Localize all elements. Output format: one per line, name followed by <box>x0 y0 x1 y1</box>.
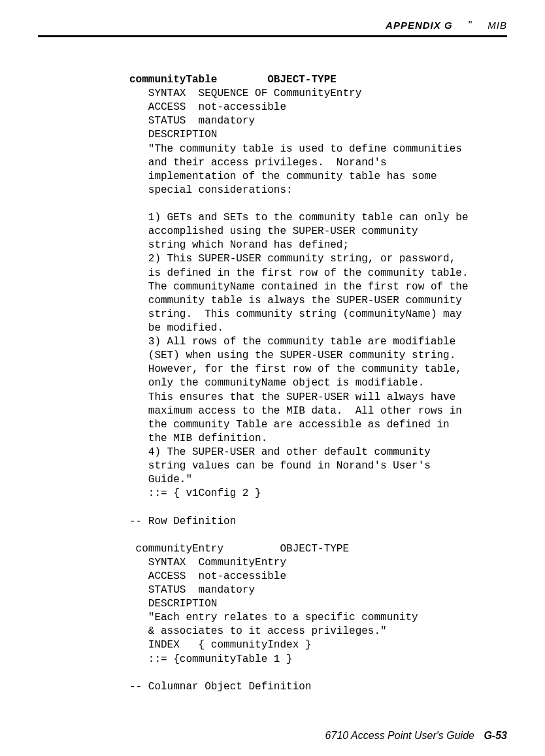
guide-title: 6710 Access Point User's Guide <box>325 730 474 741</box>
page-number: G-53 <box>477 730 507 741</box>
mib-definition-block: communityTable OBJECT-TYPE SYNTAX SEQUEN… <box>38 37 507 694</box>
row-definition-comment: -- Row Definition <box>129 516 236 527</box>
object-type-title-community-entry: communityEntry OBJECT-TYPE <box>129 543 349 555</box>
running-header: APPENDIX G " MIB <box>38 20 507 34</box>
mib-label: MIB <box>487 20 507 31</box>
community-table-body: SYNTAX SEQUENCE OF CommunityEntry ACCESS… <box>129 88 468 499</box>
columnar-object-comment: -- Columnar Object Definition <box>129 681 311 693</box>
header-separator: " <box>469 20 472 31</box>
object-type-title-community-table: communityTable OBJECT-TYPE <box>129 74 337 86</box>
appendix-label: APPENDIX G <box>386 20 453 31</box>
community-entry-body: SYNTAX CommunityEntry ACCESS not-accessi… <box>129 557 418 665</box>
running-footer: 6710 Access Point User's Guide G-53 <box>38 730 507 756</box>
